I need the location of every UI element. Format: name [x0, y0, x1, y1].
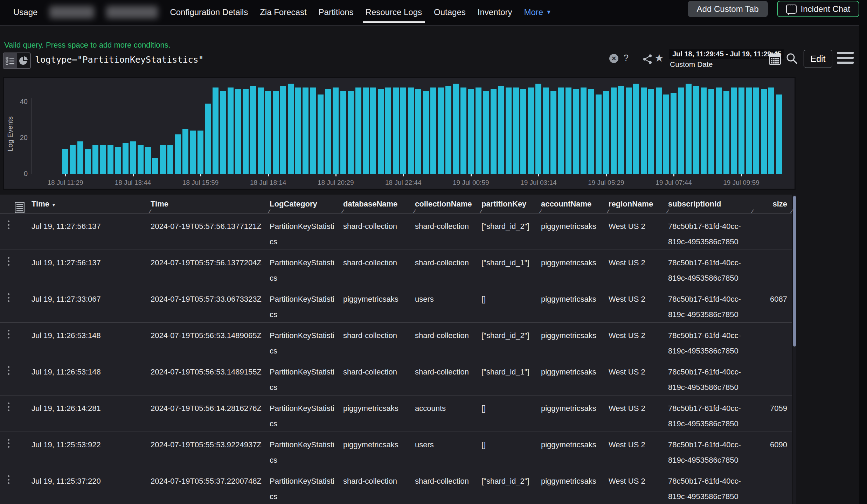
chart-bar[interactable]	[573, 89, 579, 174]
nav-tab-more[interactable]: More▼	[524, 0, 552, 24]
chart-bar[interactable]	[325, 89, 331, 174]
chart-bar[interactable]	[138, 145, 144, 174]
nav-tab-configuration-details[interactable]: Configuration Details	[170, 0, 248, 24]
chart-bar[interactable]	[768, 88, 774, 174]
chart-bar[interactable]	[115, 147, 121, 174]
chart-bar[interactable]	[746, 88, 752, 174]
chart-bar[interactable]	[445, 86, 451, 174]
nav-tab-resource-logs[interactable]: Resource Logs	[366, 0, 422, 24]
chart-bar[interactable]	[220, 91, 226, 174]
chart-bar[interactable]	[273, 91, 279, 174]
favorite-star-icon[interactable]: ★	[654, 52, 664, 64]
row-actions-kebab-icon[interactable]	[8, 402, 15, 432]
chart-bar[interactable]	[355, 88, 361, 174]
column-header-accountName[interactable]: accountName∕∕	[541, 200, 609, 209]
chart-bar[interactable]	[566, 88, 571, 174]
chart-bar[interactable]	[656, 88, 662, 174]
chart-bar[interactable]	[776, 94, 782, 174]
chart-bar[interactable]	[498, 86, 504, 174]
column-resize-handle[interactable]: ∕∕	[150, 208, 150, 214]
chart-bar[interactable]	[152, 158, 158, 174]
column-resize-handle[interactable]: ∕∕	[540, 208, 540, 214]
column-header-time_utc[interactable]: Time∕∕	[151, 200, 270, 209]
chart-bar[interactable]	[385, 88, 391, 174]
chart-bar[interactable]	[400, 88, 406, 174]
table-scrollbar-thumb[interactable]	[793, 196, 796, 346]
column-resize-handle[interactable]: ∕∕	[608, 208, 608, 214]
chart-bar[interactable]	[618, 86, 624, 174]
chart-bar[interactable]	[370, 88, 376, 174]
chart-bar[interactable]	[491, 89, 497, 174]
chart-bar[interactable]	[175, 134, 181, 174]
chart-bar[interactable]	[318, 94, 324, 174]
chart-bar[interactable]	[550, 91, 556, 174]
chart-bar[interactable]	[310, 88, 316, 174]
column-resize-handle[interactable]: ∕∕	[342, 208, 342, 214]
row-actions-kebab-icon[interactable]	[8, 366, 15, 395]
chart-bar[interactable]	[408, 88, 414, 174]
chart-bar[interactable]	[182, 129, 188, 174]
row-actions-kebab-icon[interactable]	[8, 293, 15, 322]
column-header-regionName[interactable]: regionName∕∕	[609, 200, 668, 209]
incident-chat-button[interactable]: Incident Chat	[777, 1, 859, 17]
chart-bar[interactable]	[295, 88, 301, 174]
column-header-partitionKey[interactable]: partitionKey∕∕	[481, 200, 541, 209]
nav-tab-outages[interactable]: Outages	[434, 0, 466, 24]
chart-bar[interactable]	[603, 91, 609, 174]
chart-bar[interactable]	[167, 145, 173, 174]
nav-tab-redacted[interactable]	[49, 6, 94, 19]
chart-bar[interactable]	[70, 145, 76, 174]
share-icon[interactable]	[643, 54, 652, 64]
chart-bar[interactable]	[415, 89, 421, 174]
calendar-icon[interactable]	[769, 52, 781, 65]
chart-bar[interactable]	[348, 91, 354, 174]
chart-bar[interactable]	[671, 93, 677, 174]
chart-bar[interactable]	[423, 91, 429, 174]
chart-bar[interactable]	[476, 88, 481, 174]
chart-bar[interactable]	[483, 91, 489, 174]
chart-bar[interactable]	[288, 84, 294, 174]
list-view-toggle[interactable]	[4, 53, 17, 68]
nav-tab-usage[interactable]: Usage	[13, 0, 37, 24]
chart-bar[interactable]	[453, 84, 459, 174]
chart-bar[interactable]	[513, 88, 519, 174]
chart-bar[interactable]	[333, 88, 339, 174]
chart-bar[interactable]	[596, 94, 602, 174]
chart-bar[interactable]	[528, 88, 534, 174]
chart-bar[interactable]	[581, 88, 587, 174]
chart-bar[interactable]	[363, 88, 369, 174]
chart-bar[interactable]	[130, 141, 136, 174]
nav-tab-redacted[interactable]	[106, 6, 158, 19]
chart-bar[interactable]	[708, 89, 714, 174]
column-resize-handle[interactable]: ∕∕	[667, 208, 667, 214]
chart-bar[interactable]	[626, 88, 632, 174]
row-actions-kebab-icon[interactable]	[8, 257, 15, 286]
column-resize-handle[interactable]: ∕∕	[752, 208, 752, 214]
row-actions-kebab-icon[interactable]	[8, 475, 15, 504]
table-columns-icon[interactable]	[15, 202, 25, 213]
chart-bar[interactable]	[693, 86, 699, 174]
date-range-picker[interactable]: Jul 18, 11:29:45 - Jul 19, 11:29:45 Cust…	[669, 49, 784, 69]
chart-bar[interactable]	[506, 88, 512, 174]
chart-bar[interactable]	[190, 131, 196, 174]
chart-bar[interactable]	[438, 88, 444, 174]
chart-bar[interactable]	[265, 91, 271, 174]
nav-tab-partitions[interactable]: Partitions	[319, 0, 354, 24]
clear-query-icon[interactable]: ✕	[609, 54, 618, 63]
chart-bar[interactable]	[303, 88, 308, 174]
chart-bar[interactable]	[197, 131, 203, 174]
chart-bar[interactable]	[340, 91, 346, 174]
chart-bar[interactable]	[77, 141, 83, 174]
chart-bar[interactable]	[701, 88, 707, 174]
chart-bar[interactable]	[85, 149, 91, 174]
chart-bar[interactable]	[205, 104, 211, 174]
chart-bar[interactable]	[228, 88, 234, 174]
column-header-logCategory[interactable]: LogCategory∕∕	[270, 200, 343, 209]
row-actions-kebab-icon[interactable]	[8, 439, 15, 468]
add-custom-tab-button[interactable]: Add Custom Tab	[688, 1, 768, 17]
chart-bar[interactable]	[611, 88, 617, 174]
hamburger-menu-icon[interactable]	[837, 52, 854, 66]
chart-bar[interactable]	[686, 84, 692, 174]
column-header-collectionName[interactable]: collectionName∕∕	[415, 200, 481, 209]
chart-bar[interactable]	[430, 88, 436, 174]
